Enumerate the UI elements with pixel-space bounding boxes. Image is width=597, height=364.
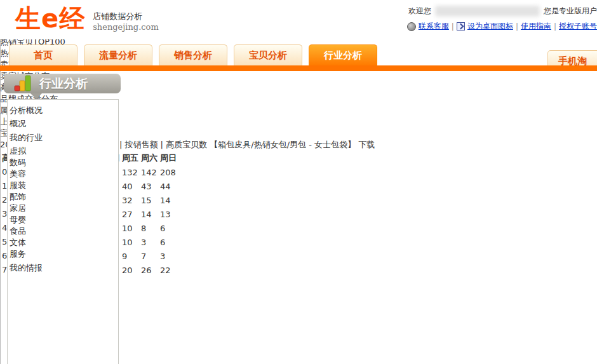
metric-link-by-revenue[interactable]: 按销售额 [124, 140, 158, 149]
nav-tab-traffic[interactable]: 流量分析 [84, 44, 152, 65]
link-separator: | [554, 22, 556, 31]
nav-tab-sales[interactable]: 销售分析 [159, 44, 227, 65]
sidebar-item-beauty[interactable]: 美容 [10, 168, 116, 180]
logo-domain: shengejing.com [93, 22, 159, 32]
welcome-line: 欢迎您 您是专业版用户 [407, 6, 597, 17]
sidebar-item-overview[interactable]: 概况 [10, 118, 116, 130]
sidebar-section-my-intel[interactable]: 我的情报 [10, 260, 116, 276]
sidebar-item-virtual[interactable]: 虚拟 [10, 145, 116, 157]
col-header-sat: 周六 [140, 152, 158, 165]
sidebar-item-apparel[interactable]: 服装 [10, 180, 116, 191]
username-redacted [435, 6, 540, 17]
sidebar-title: 行业分析 [39, 76, 88, 92]
page-header: 生e经 店铺数据分析 shengejing.com 欢迎您 您是专业版用户 联系… [0, 0, 597, 39]
sidebar-section-overview[interactable]: 分析概况 [10, 102, 116, 118]
desktop-shortcut-link[interactable]: 设为桌面图标 [467, 21, 513, 32]
col-header-fri: 周五 [121, 152, 139, 165]
metric-current: 高质宝贝数 [166, 140, 207, 149]
sidebar-item-accessory[interactable]: 配饰 [10, 191, 116, 203]
sidebar-menu: 分析概况 概况 我的行业 虚拟 数码 美容 服装 配饰 家居 母婴 食品 文体 … [7, 99, 119, 364]
sidebar-item-baby[interactable]: 母婴 [10, 214, 116, 226]
category-note: 【箱包皮具/热销女包/男包 - 女士包袋】 下载 [210, 140, 375, 149]
download-link[interactable]: 下载 [358, 140, 375, 149]
metric-separator: | [161, 140, 163, 149]
user-guide-link[interactable]: 使用指南 [521, 21, 551, 32]
logo: 生e经 店铺数据分析 shengejing.com [15, 5, 159, 32]
logo-text: 生e经 [15, 5, 85, 32]
sidebar-item-service[interactable]: 服务 [10, 248, 116, 260]
desktop-shortcut-icon [457, 22, 465, 30]
link-separator: | [516, 22, 518, 31]
sidebar-pointer [30, 93, 42, 99]
col-header-sun: 周日 [159, 152, 177, 165]
nav-tab-industry[interactable]: 行业分析 [309, 44, 377, 65]
sidebar-item-digital[interactable]: 数码 [10, 157, 116, 168]
nav-accent-strip [0, 65, 597, 71]
sidebar: 行业分析 分析概况 概况 我的行业 虚拟 数码 美容 服装 配饰 家居 母婴 食… [4, 74, 121, 364]
sidebar-item-food[interactable]: 食品 [10, 226, 116, 237]
customer-service-icon [407, 22, 416, 31]
main-nav: 首页 流量分析 销售分析 宝贝分析 行业分析 手机淘 [0, 44, 597, 71]
contact-service-link[interactable]: 联系客服 [419, 21, 449, 32]
sidebar-item-home[interactable]: 家居 [10, 203, 116, 214]
welcome-prefix: 欢迎您 [408, 6, 431, 17]
sub-account-link[interactable]: 授权子账号 [559, 21, 597, 32]
account-type-label: 您是专业版用户 [544, 6, 597, 17]
nav-tab-item[interactable]: 宝贝分析 [234, 44, 302, 65]
link-separator: | [452, 22, 454, 31]
sidebar-item-culture[interactable]: 文体 [10, 237, 116, 248]
nav-tab-home[interactable]: 首页 [9, 44, 77, 65]
bar-chart-icon [14, 75, 32, 93]
sidebar-header: 行业分析 [4, 74, 121, 93]
logo-subtitle: 店铺数据分析 [93, 11, 159, 22]
header-links: 联系客服 | 设为桌面图标 | 使用指南 | 授权子账号 [407, 21, 597, 32]
sidebar-section-my-industry[interactable]: 我的行业 [10, 130, 116, 145]
